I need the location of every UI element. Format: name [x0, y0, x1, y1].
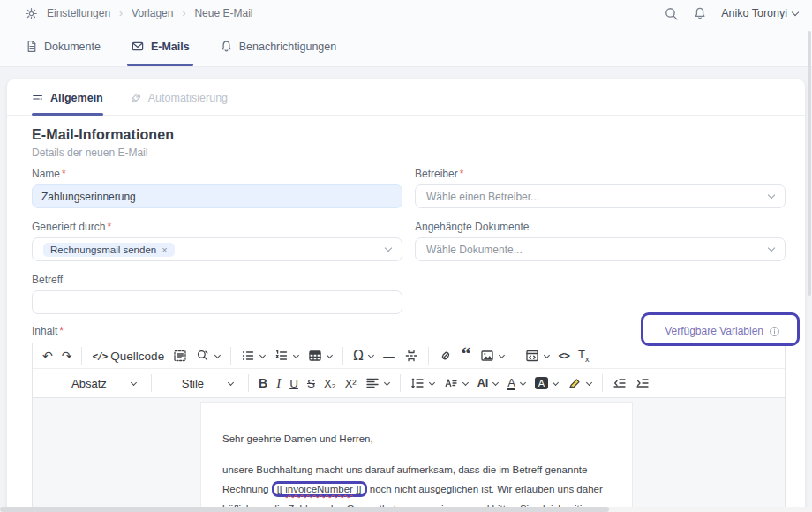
- field-angehaengte-dokumente: Angehängte Dokumente Wähle Dokumente...: [415, 221, 786, 261]
- betreff-input[interactable]: [32, 290, 402, 314]
- block-quote-button[interactable]: “: [457, 347, 476, 365]
- annotation-box-invoice-token: [[ invoiceNumber ]]: [274, 484, 365, 494]
- alignment-button[interactable]: [361, 373, 395, 393]
- line-height-icon: [410, 376, 425, 390]
- find-replace-button[interactable]: [192, 346, 225, 365]
- horizontal-scrollbar[interactable]: [0, 507, 812, 512]
- breadcrumb-item-vorlagen[interactable]: Vorlagen: [132, 7, 173, 19]
- required-asterisk: *: [62, 168, 66, 180]
- font-background-icon: A: [535, 377, 548, 389]
- superscript-button[interactable]: X²: [341, 374, 361, 393]
- top-bar: Einstellungen › Vorlagen › Neue E-Mail A…: [0, 0, 812, 26]
- tab-benachrichtigungen[interactable]: Benachrichtigungen: [220, 26, 337, 66]
- link-icon: [439, 349, 453, 363]
- breadcrumb: Einstellungen › Vorlagen › Neue E-Mail: [25, 7, 252, 20]
- chevron-down-icon: [553, 379, 559, 385]
- line-height-button[interactable]: [406, 373, 440, 393]
- insert-table-button[interactable]: [304, 346, 337, 365]
- bulleted-list-button[interactable]: [237, 346, 270, 365]
- required-asterisk: *: [460, 168, 464, 180]
- insert-template-button[interactable]: [521, 346, 554, 365]
- editor-toolbar-row-1: ↶ ↷ </> Quellcode: [33, 343, 785, 368]
- name-input[interactable]: [32, 184, 402, 208]
- italic-button[interactable]: I: [272, 373, 285, 394]
- toolbar-divider: [602, 374, 603, 392]
- topbar-actions: Aniko Toronyi: [664, 6, 798, 21]
- font-family-button[interactable]: AI: [473, 374, 504, 392]
- font-background-button[interactable]: A: [530, 374, 563, 392]
- chevron-down-icon: [792, 8, 799, 15]
- select-all-button[interactable]: [169, 346, 192, 365]
- available-variables-link[interactable]: Verfügbare Variablen: [665, 325, 780, 337]
- dokumente-select[interactable]: Wähle Dokumente...: [415, 237, 786, 261]
- user-name: Aniko Toronyi: [721, 7, 787, 19]
- indent-button[interactable]: [631, 373, 654, 393]
- redo-button[interactable]: ↷: [57, 346, 77, 365]
- app-window: Einstellungen › Vorlagen › Neue E-Mail A…: [0, 0, 812, 512]
- select-placeholder: Wähle Dokumente...: [426, 244, 769, 256]
- remove-format-button[interactable]: Tx: [574, 345, 593, 366]
- highlight-button[interactable]: [563, 373, 597, 393]
- field-label: Generiert durch*: [32, 221, 402, 233]
- email-body[interactable]: Sehr geehrte Damen und Herren, unsere Bu…: [200, 402, 633, 512]
- subscript-button[interactable]: X₂: [320, 374, 341, 393]
- info-icon: [769, 326, 780, 337]
- numbered-list-button[interactable]: [270, 346, 304, 365]
- bell-icon[interactable]: [693, 6, 707, 20]
- insert-image-button[interactable]: [476, 346, 509, 365]
- field-spacer: [415, 274, 786, 314]
- undo-button[interactable]: ↶: [38, 346, 57, 365]
- tab-label: E-Mails: [151, 41, 190, 53]
- page-title: E-Mail-Informationen: [32, 127, 780, 143]
- field-label: Betreiber*: [415, 168, 786, 180]
- variable-token[interactable]: [[ invoiceNumber ]]: [277, 484, 362, 494]
- required-asterisk: *: [107, 221, 111, 233]
- outdent-button[interactable]: [608, 373, 631, 393]
- page-break-button[interactable]: [400, 346, 423, 365]
- outdent-icon: [613, 376, 627, 390]
- special-characters-button[interactable]: Ω: [349, 346, 378, 365]
- toolbar-divider: [342, 347, 343, 365]
- bold-button[interactable]: B: [254, 373, 272, 393]
- chip-remove-icon[interactable]: ×: [162, 245, 167, 255]
- underline-button[interactable]: U: [285, 374, 303, 393]
- styles-dropdown[interactable]: Stile: [173, 374, 243, 393]
- generiert-durch-select[interactable]: Rechnungsmail senden ×: [32, 237, 402, 261]
- chip-wrap: Rechnungsmail senden ×: [43, 243, 386, 257]
- chevron-down-icon: [327, 351, 333, 358]
- tab-dokumente[interactable]: Dokumente: [25, 26, 101, 66]
- horizontal-line-button[interactable]: —: [379, 346, 400, 365]
- chip-label: Rechnungsmail senden: [50, 245, 156, 255]
- source-code-button[interactable]: </> Quellcode: [87, 347, 169, 365]
- table-icon: [308, 349, 322, 363]
- vertical-scrollbar[interactable]: [808, 31, 811, 296]
- breadcrumb-separator: ›: [119, 7, 123, 19]
- editor-canvas: Sehr geehrte Damen und Herren, unsere Bu…: [33, 397, 785, 512]
- user-menu[interactable]: Aniko Toronyi: [721, 7, 798, 19]
- subtab-automatisierung[interactable]: Automatisierung: [130, 92, 228, 115]
- betreiber-select[interactable]: Wähle einen Betreiber...: [415, 184, 786, 208]
- font-color-button[interactable]: A: [503, 374, 530, 393]
- font-size-button[interactable]: [440, 373, 473, 393]
- subtab-allgemein[interactable]: Allgemein: [32, 92, 103, 115]
- page-subtitle: Details der neuen E-Mail: [32, 147, 780, 159]
- chevron-down-icon: [385, 245, 392, 252]
- toolbar-divider: [81, 347, 82, 365]
- breadcrumb-item-einstellungen[interactable]: Einstellungen: [47, 7, 110, 19]
- align-icon: [365, 376, 380, 390]
- horizontal-scrollbar-thumb[interactable]: [0, 507, 609, 512]
- search-icon[interactable]: [664, 6, 679, 21]
- chevron-down-icon: [214, 351, 221, 358]
- tab-emails[interactable]: E-Mails: [131, 26, 190, 66]
- code-button[interactable]: <>: [554, 347, 574, 365]
- chevron-down-icon: [429, 379, 435, 385]
- chevron-down-icon: [368, 351, 374, 358]
- sub-tab-bar: Allgemein Automatisierung: [7, 79, 805, 116]
- field-betreiber: Betreiber* Wähle einen Betreiber...: [415, 168, 786, 208]
- paragraph-dropdown[interactable]: Absatz: [63, 374, 146, 393]
- invoice-number-variable: invoiceNumber: [285, 484, 353, 494]
- toolbar-divider: [428, 347, 429, 365]
- indent-icon: [635, 376, 650, 390]
- link-button[interactable]: [434, 346, 457, 365]
- strikethrough-button[interactable]: S: [303, 374, 320, 393]
